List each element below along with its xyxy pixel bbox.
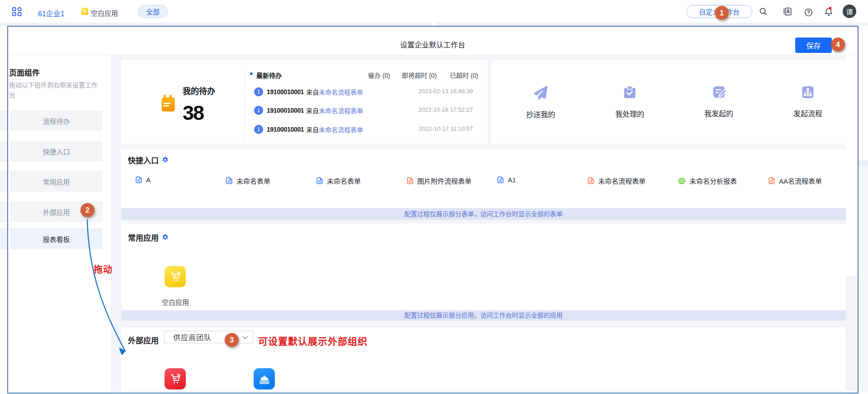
svg-text:?: ? [807,9,810,15]
